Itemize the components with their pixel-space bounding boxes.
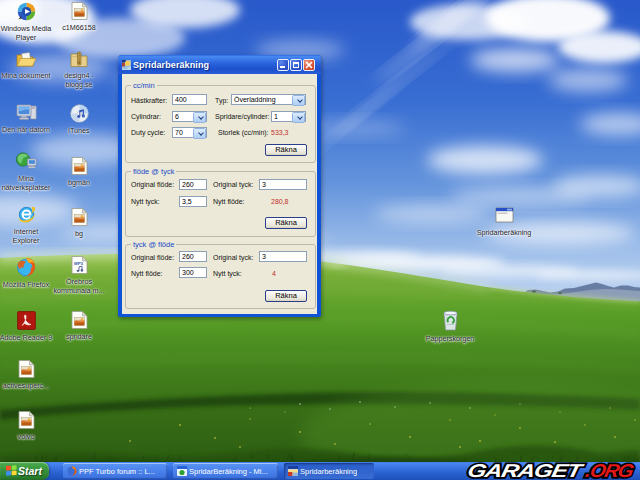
svg-text:GARAGET: GARAGET	[466, 460, 586, 480]
svg-text:MP3: MP3	[74, 261, 84, 266]
svg-text:.ORG: .ORG	[584, 460, 636, 480]
